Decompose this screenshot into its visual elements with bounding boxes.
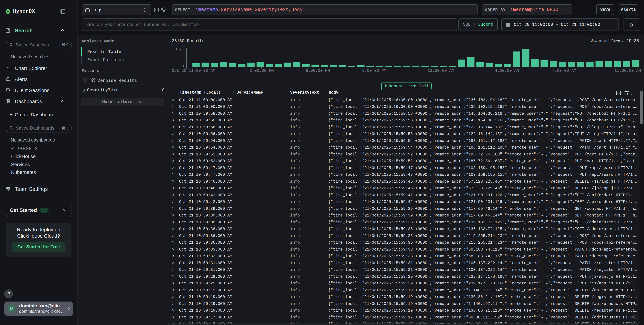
svg-text:Oct 20 11:00:00 AM: Oct 20 11:00:00 AM — [172, 68, 215, 73]
svg-text:9:00:00 PM: 9:00:00 PM — [362, 68, 386, 73]
svg-text:4:00:00 AM: 4:00:00 AM — [495, 68, 519, 73]
svg-text:11:00:00 AM: 11:00:00 AM — [614, 68, 641, 73]
svg-text:0: 0 — [182, 64, 184, 69]
svg-text:12:30:00 AM: 12:30:00 AM — [428, 68, 454, 73]
svg-text:7:00:00 AM: 7:00:00 AM — [552, 68, 576, 73]
svg-text:6:00:00 PM: 6:00:00 PM — [306, 68, 330, 73]
svg-text:3.2K: 3.2K — [175, 47, 184, 52]
svg-text:3:00:00 PM: 3:00:00 PM — [250, 68, 274, 73]
